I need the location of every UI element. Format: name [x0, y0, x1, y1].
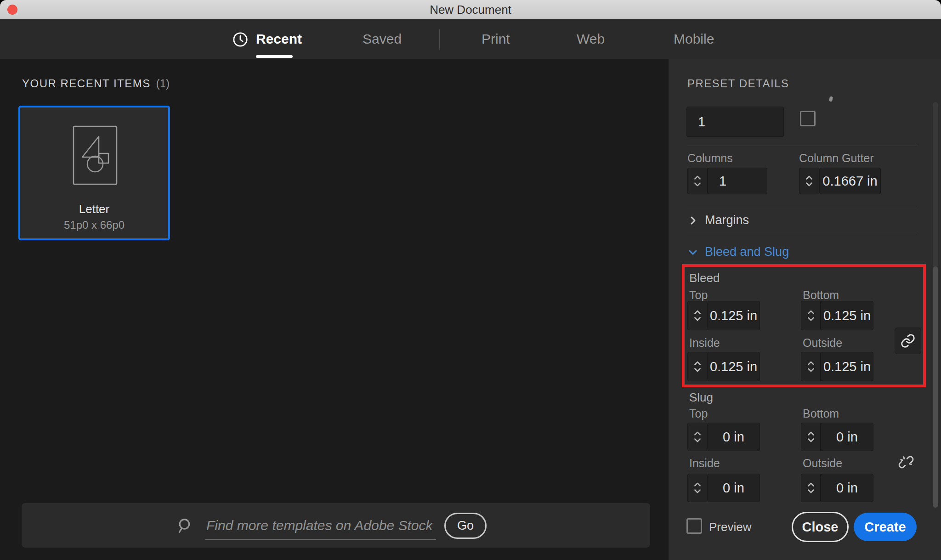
stepper-up-down-icon	[807, 430, 815, 444]
column-gutter-input[interactable]: 0.1667 in	[819, 168, 881, 194]
tab-recent[interactable]: Recent	[256, 19, 302, 59]
preview-label: Preview	[709, 520, 751, 534]
slug-top-stepper[interactable]	[687, 423, 707, 451]
facing-pages-checkbox[interactable]	[800, 111, 816, 126]
recent-items-count: (1)	[156, 78, 170, 90]
bleed-top-stepper[interactable]	[687, 301, 707, 330]
search-input[interactable]	[205, 512, 446, 539]
slug-bottom-stepper[interactable]	[801, 423, 821, 451]
preset-dimensions: 51p0 x 66p0	[20, 219, 168, 232]
search-underline	[205, 539, 436, 540]
slug-outside-label: Outside	[803, 457, 842, 470]
slug-bottom-input[interactable]: 0 in	[821, 423, 873, 451]
preset-name: Letter	[20, 202, 168, 216]
window-title: New Document	[0, 0, 941, 19]
slug-inside-label: Inside	[689, 457, 720, 470]
stepper-up-down-icon	[693, 430, 702, 444]
chevron-down-icon	[687, 247, 698, 258]
clipped-label-fragment	[829, 96, 833, 102]
bleed-inside-input[interactable]: 0.125 in	[707, 352, 760, 381]
divider	[687, 235, 918, 235]
columns-stepper[interactable]	[687, 168, 708, 194]
bleed-and-slug-label: Bleed and Slug	[705, 245, 789, 259]
recent-items-area: YOUR RECENT ITEMS(1) Letter 51p0 x 66p0	[0, 59, 669, 560]
document-preset-icon	[72, 125, 118, 186]
bleed-and-slug-disclosure[interactable]: Bleed and Slug	[687, 245, 789, 259]
bleed-outside-label: Outside	[803, 336, 842, 350]
stepper-up-down-icon	[693, 174, 702, 188]
slug-outside-stepper[interactable]	[801, 474, 821, 502]
slug-top-label: Top	[689, 407, 708, 420]
divider	[687, 206, 918, 206]
stepper-up-down-icon	[807, 481, 815, 495]
bleed-outside-stepper[interactable]	[801, 352, 821, 381]
tab-saved[interactable]: Saved	[363, 19, 402, 59]
margins-disclosure[interactable]: Margins	[687, 213, 749, 227]
stepper-up-down-icon	[693, 481, 702, 495]
bleed-section-label: Bleed	[689, 271, 720, 285]
bleed-bottom-input[interactable]: 0.125 in	[821, 301, 873, 330]
tab-mobile[interactable]: Mobile	[674, 19, 714, 59]
recent-items-title: YOUR RECENT ITEMS	[22, 77, 151, 90]
bleed-inside-stepper[interactable]	[687, 352, 707, 381]
recent-items-heading: YOUR RECENT ITEMS(1)	[22, 77, 170, 90]
column-gutter-label: Column Gutter	[799, 152, 874, 165]
stepper-up-down-icon	[693, 359, 702, 374]
close-button[interactable]: Close	[792, 512, 849, 542]
titlebar: New Document	[0, 0, 941, 20]
preset-card-letter[interactable]: Letter 51p0 x 66p0	[18, 106, 170, 240]
chevron-right-icon	[687, 215, 698, 226]
adobe-stock-search-bar: Go	[22, 503, 650, 548]
stepper-up-down-icon	[807, 308, 815, 323]
stepper-up-down-icon	[805, 174, 813, 188]
slug-top-input[interactable]: 0 in	[707, 423, 760, 451]
bleed-link-values-button[interactable]	[895, 328, 921, 354]
bleed-bottom-label: Bottom	[803, 288, 839, 302]
bleed-top-input[interactable]: 0.125 in	[707, 301, 760, 330]
link-icon	[900, 333, 916, 349]
preview-checkbox[interactable]	[686, 518, 702, 534]
tab-print[interactable]: Print	[482, 19, 510, 59]
stepper-up-down-icon	[693, 308, 702, 323]
margins-label: Margins	[705, 213, 749, 227]
stepper-up-down-icon	[807, 359, 815, 374]
bleed-inside-label: Inside	[689, 336, 720, 350]
tab-bar: Recent Saved Print Web Mobile	[0, 19, 941, 59]
create-button[interactable]: Create	[854, 513, 917, 541]
column-gutter-stepper[interactable]	[799, 168, 819, 194]
bleed-outside-input[interactable]: 0.125 in	[821, 352, 873, 381]
pages-input[interactable]: 1	[686, 107, 784, 137]
scrollbar-thumb[interactable]	[933, 266, 938, 508]
columns-input[interactable]: 1	[708, 168, 767, 194]
new-document-dialog: New Document Recent Saved Print Web Mobi…	[0, 0, 941, 560]
preset-details-heading: PRESET DETAILS	[687, 77, 789, 90]
slug-bottom-label: Bottom	[803, 407, 839, 420]
scrollbar[interactable]	[933, 102, 938, 267]
clock-icon	[232, 32, 248, 47]
slug-unlink-values-button[interactable]	[897, 453, 915, 471]
columns-label: Columns	[687, 152, 733, 165]
go-button[interactable]: Go	[444, 513, 487, 539]
divider	[687, 146, 918, 146]
tab-divider	[439, 29, 440, 50]
broken-link-icon	[898, 454, 914, 470]
bleed-bottom-stepper[interactable]	[801, 301, 821, 330]
bleed-top-label: Top	[689, 288, 708, 302]
preset-details-panel: PRESET DETAILS 1 Columns 1 Column Gutter…	[669, 59, 941, 560]
slug-inside-stepper[interactable]	[687, 474, 707, 502]
tab-web[interactable]: Web	[577, 19, 605, 59]
active-tab-underline	[256, 55, 293, 58]
slug-outside-input[interactable]: 0 in	[821, 474, 873, 502]
slug-inside-input[interactable]: 0 in	[707, 474, 760, 502]
slug-section-label: Slug	[689, 390, 713, 405]
search-icon	[176, 517, 194, 534]
